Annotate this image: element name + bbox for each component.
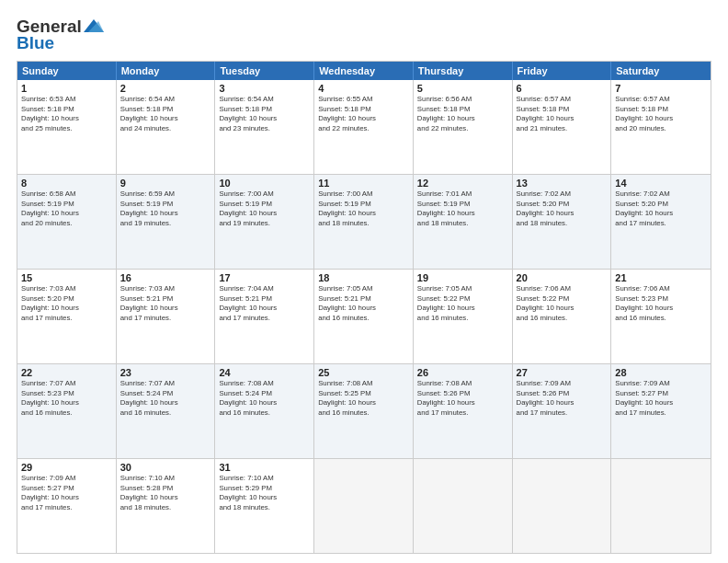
day-info: Sunrise: 7:07 AMSunset: 5:23 PMDaylight:… [21,379,112,418]
logo-blue: Blue [17,33,54,53]
header-day-monday: Monday [117,62,216,80]
day-info: Sunrise: 7:03 AMSunset: 5:20 PMDaylight:… [21,284,112,323]
day-number: 28 [615,367,707,378]
day-info: Sunrise: 7:05 AMSunset: 5:22 PMDaylight:… [417,284,508,323]
logo-icon [84,19,104,34]
day-info: Sunrise: 7:05 AMSunset: 5:21 PMDaylight:… [318,284,409,323]
calendar-cell: 19Sunrise: 7:05 AMSunset: 5:22 PMDayligh… [414,270,513,363]
calendar-cell: 17Sunrise: 7:04 AMSunset: 5:21 PMDayligh… [215,270,314,363]
day-info: Sunrise: 6:57 AMSunset: 5:18 PMDaylight:… [615,95,707,133]
day-number: 16 [120,272,211,283]
day-info: Sunrise: 6:58 AMSunset: 5:19 PMDaylight:… [21,190,112,228]
header-day-wednesday: Wednesday [314,62,414,80]
day-info: Sunrise: 7:10 AMSunset: 5:28 PMDaylight:… [120,474,211,512]
day-info: Sunrise: 7:10 AMSunset: 5:29 PMDaylight:… [219,474,310,512]
day-number: 10 [219,178,310,189]
day-number: 1 [21,83,112,94]
day-number: 21 [615,272,707,283]
calendar-cell [513,459,612,553]
calendar-cell [314,459,414,553]
day-number: 13 [517,178,608,189]
calendar-cell: 1Sunrise: 6:53 AMSunset: 5:18 PMDaylight… [17,80,117,174]
calendar-cell: 24Sunrise: 7:08 AMSunset: 5:24 PMDayligh… [215,364,314,458]
calendar-cell [414,459,513,553]
calendar-cell: 16Sunrise: 7:03 AMSunset: 5:21 PMDayligh… [117,270,216,363]
calendar-cell: 27Sunrise: 7:09 AMSunset: 5:26 PMDayligh… [513,364,612,458]
day-number: 11 [318,178,409,189]
calendar-cell: 18Sunrise: 7:05 AMSunset: 5:21 PMDayligh… [314,270,414,363]
header-day-friday: Friday [513,62,612,80]
day-info: Sunrise: 7:01 AMSunset: 5:19 PMDaylight:… [417,190,508,228]
day-info: Sunrise: 7:00 AMSunset: 5:19 PMDaylight:… [219,190,310,228]
header: General Blue [17,17,711,53]
day-info: Sunrise: 7:00 AMSunset: 5:19 PMDaylight:… [318,190,409,228]
logo: General Blue [17,17,104,53]
calendar-cell: 10Sunrise: 7:00 AMSunset: 5:19 PMDayligh… [215,175,314,269]
calendar-cell: 14Sunrise: 7:02 AMSunset: 5:20 PMDayligh… [611,175,711,269]
calendar-body: 1Sunrise: 6:53 AMSunset: 5:18 PMDaylight… [17,80,711,553]
day-info: Sunrise: 7:02 AMSunset: 5:20 PMDaylight:… [615,190,707,228]
day-number: 9 [120,178,211,189]
day-number: 14 [615,178,707,189]
calendar-cell: 28Sunrise: 7:09 AMSunset: 5:27 PMDayligh… [611,364,711,458]
calendar-cell: 3Sunrise: 6:54 AMSunset: 5:18 PMDaylight… [215,80,314,174]
day-info: Sunrise: 6:53 AMSunset: 5:18 PMDaylight:… [21,95,112,133]
day-number: 12 [417,178,508,189]
calendar-row-4: 22Sunrise: 7:07 AMSunset: 5:23 PMDayligh… [17,364,711,459]
day-info: Sunrise: 6:59 AMSunset: 5:19 PMDaylight:… [120,190,211,228]
calendar-cell: 9Sunrise: 6:59 AMSunset: 5:19 PMDaylight… [117,175,216,269]
calendar-row-1: 1Sunrise: 6:53 AMSunset: 5:18 PMDaylight… [17,80,711,175]
calendar-cell: 23Sunrise: 7:07 AMSunset: 5:24 PMDayligh… [117,364,216,458]
day-number: 23 [120,367,211,378]
header-day-thursday: Thursday [414,62,513,80]
header-day-sunday: Sunday [17,62,117,80]
page: General Blue SundayMondayTuesdayWednesda… [0,0,728,563]
day-number: 29 [21,462,112,473]
day-number: 2 [120,83,211,94]
day-info: Sunrise: 7:09 AMSunset: 5:27 PMDaylight:… [21,474,112,512]
day-info: Sunrise: 7:08 AMSunset: 5:24 PMDaylight:… [219,379,310,418]
day-number: 8 [21,178,112,189]
calendar-row-2: 8Sunrise: 6:58 AMSunset: 5:19 PMDaylight… [17,175,711,270]
day-info: Sunrise: 7:09 AMSunset: 5:26 PMDaylight:… [517,379,608,418]
calendar-cell: 7Sunrise: 6:57 AMSunset: 5:18 PMDaylight… [611,80,711,174]
day-info: Sunrise: 7:09 AMSunset: 5:27 PMDaylight:… [615,379,707,418]
day-number: 15 [21,272,112,283]
day-info: Sunrise: 6:56 AMSunset: 5:18 PMDaylight:… [417,95,508,133]
calendar: SundayMondayTuesdayWednesdayThursdayFrid… [17,61,711,554]
calendar-cell: 8Sunrise: 6:58 AMSunset: 5:19 PMDaylight… [17,175,117,269]
day-info: Sunrise: 7:07 AMSunset: 5:24 PMDaylight:… [120,379,211,418]
day-number: 5 [417,83,508,94]
day-number: 25 [318,367,409,378]
day-info: Sunrise: 6:54 AMSunset: 5:18 PMDaylight:… [120,95,211,133]
day-info: Sunrise: 7:08 AMSunset: 5:25 PMDaylight:… [318,379,409,418]
day-number: 3 [219,83,310,94]
day-number: 22 [21,367,112,378]
day-number: 31 [219,462,310,473]
day-number: 20 [517,272,608,283]
day-info: Sunrise: 7:02 AMSunset: 5:20 PMDaylight:… [517,190,608,228]
header-day-tuesday: Tuesday [215,62,314,80]
day-number: 26 [417,367,508,378]
calendar-row-3: 15Sunrise: 7:03 AMSunset: 5:20 PMDayligh… [17,270,711,364]
calendar-cell: 2Sunrise: 6:54 AMSunset: 5:18 PMDaylight… [117,80,216,174]
calendar-cell: 21Sunrise: 7:06 AMSunset: 5:23 PMDayligh… [611,270,711,363]
day-number: 17 [219,272,310,283]
day-info: Sunrise: 6:55 AMSunset: 5:18 PMDaylight:… [318,95,409,133]
calendar-cell: 26Sunrise: 7:08 AMSunset: 5:26 PMDayligh… [414,364,513,458]
calendar-cell: 13Sunrise: 7:02 AMSunset: 5:20 PMDayligh… [513,175,612,269]
header-day-saturday: Saturday [611,62,711,80]
calendar-cell: 4Sunrise: 6:55 AMSunset: 5:18 PMDaylight… [314,80,414,174]
calendar-cell: 20Sunrise: 7:06 AMSunset: 5:22 PMDayligh… [513,270,612,363]
day-number: 4 [318,83,409,94]
calendar-cell: 25Sunrise: 7:08 AMSunset: 5:25 PMDayligh… [314,364,414,458]
day-info: Sunrise: 6:54 AMSunset: 5:18 PMDaylight:… [219,95,310,133]
calendar-cell: 6Sunrise: 6:57 AMSunset: 5:18 PMDaylight… [513,80,612,174]
day-info: Sunrise: 7:06 AMSunset: 5:23 PMDaylight:… [615,284,707,323]
calendar-cell: 5Sunrise: 6:56 AMSunset: 5:18 PMDaylight… [414,80,513,174]
day-number: 27 [517,367,608,378]
calendar-cell: 11Sunrise: 7:00 AMSunset: 5:19 PMDayligh… [314,175,414,269]
calendar-header: SundayMondayTuesdayWednesdayThursdayFrid… [17,62,711,80]
day-info: Sunrise: 7:03 AMSunset: 5:21 PMDaylight:… [120,284,211,323]
day-info: Sunrise: 7:08 AMSunset: 5:26 PMDaylight:… [417,379,508,418]
